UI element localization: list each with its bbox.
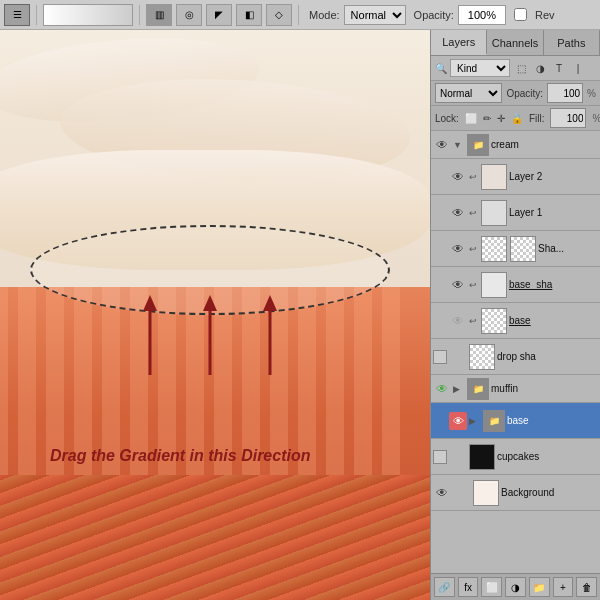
eye-layer1[interactable]: 👁 (449, 204, 467, 222)
group-btn[interactable]: 📁 (529, 577, 550, 597)
svg-marker-3 (203, 295, 217, 311)
link-base-cream: ↩ (469, 316, 479, 326)
lock-label-text: Lock: (435, 113, 459, 124)
thumb-base-sha (481, 272, 507, 298)
layer-layer2[interactable]: 👁 ↩ Layer 2 (431, 159, 600, 195)
thumb-background (473, 480, 499, 506)
opacity-row-label: Opacity: (506, 88, 543, 99)
tab-channels[interactable]: Channels (487, 30, 543, 55)
sep3 (298, 5, 299, 25)
search-icon: 🔍 (435, 63, 447, 74)
artwork: Drag the Gradient in this Direction (0, 30, 430, 600)
eye-base-cream[interactable]: 👁 (449, 312, 467, 330)
gradient-preview (43, 4, 133, 26)
sep1 (36, 5, 37, 25)
filter-type-icon[interactable]: T (551, 60, 567, 76)
eye-base-sha[interactable]: 👁 (449, 276, 467, 294)
link-layer2: ↩ (469, 172, 479, 182)
main-area: Drag the Gradient in this Direction Laye… (0, 30, 600, 600)
eye-cream-group[interactable]: 👁 (433, 136, 451, 154)
gradient-type-diamond[interactable]: ◇ (266, 4, 292, 26)
fill-input[interactable] (550, 108, 586, 128)
link-base-sha: ↩ (469, 280, 479, 290)
panel-bottom: 🔗 fx ⬜ ◑ 📁 + 🗑 (431, 573, 600, 600)
thumb-layer1 (481, 200, 507, 226)
base-muffin-label: base (507, 415, 598, 426)
delete-layer-btn[interactable]: 🗑 (576, 577, 597, 597)
group-icon-muffin: 📁 (467, 378, 489, 400)
blend-mode-row: Normal Opacity: % (431, 81, 600, 106)
group-icon-cream: 📁 (467, 134, 489, 156)
direction-text: Drag the Gradient in this Direction (50, 447, 310, 465)
layer-base-muffin[interactable]: 👁 ▶ 📁 base (431, 403, 600, 439)
svg-marker-5 (263, 295, 277, 311)
expand-base-muffin[interactable]: ▶ (469, 416, 481, 426)
lock-all-icon[interactable]: 🔒 (511, 110, 523, 126)
lock-transparent-icon[interactable]: ⬜ (465, 110, 477, 126)
tab-paths[interactable]: Paths (544, 30, 600, 55)
base-cream-label: base (509, 315, 598, 326)
cupcakes-label: cupcakes (497, 451, 598, 462)
svg-marker-1 (143, 295, 157, 311)
top-toolbar: ☰ ▥ ◎ ◤ ◧ ◇ Mode: Normal Opacity: 100% R… (0, 0, 600, 30)
layer-layer1[interactable]: 👁 ↩ Layer 1 (431, 195, 600, 231)
filter-shape-icon[interactable]: | (570, 60, 586, 76)
layer-cupcakes[interactable]: cupcakes (431, 439, 600, 475)
expand-cream[interactable]: ▼ (453, 140, 465, 150)
link-layer1: ↩ (469, 208, 479, 218)
layer-style-btn[interactable]: fx (458, 577, 479, 597)
gradient-type-reflected[interactable]: ◧ (236, 4, 262, 26)
thumb-sha (481, 236, 507, 262)
check-cupcakes[interactable] (433, 450, 447, 464)
layer1-label: Layer 1 (509, 207, 598, 218)
fill-label-text: Fill: (529, 113, 545, 124)
eye-layer2[interactable]: 👁 (449, 168, 467, 186)
gradient-type-linear[interactable]: ▥ (146, 4, 172, 26)
menu-btn[interactable]: ☰ (4, 4, 30, 26)
canvas-area[interactable]: Drag the Gradient in this Direction (0, 30, 430, 600)
thumb-layer2 (481, 164, 507, 190)
thumb-drop-sha (469, 344, 495, 370)
eye-muffin-group[interactable]: 👁 (433, 380, 451, 398)
eye-sha[interactable]: 👁 (449, 240, 467, 258)
sha-label: Sha... (538, 243, 598, 254)
layer2-label: Layer 2 (509, 171, 598, 182)
layer-cream-group[interactable]: 👁 ▼ 📁 cream (431, 131, 600, 159)
layer-muffin-group[interactable]: 👁 ▶ 📁 muffin (431, 375, 600, 403)
tab-layers[interactable]: Layers (431, 30, 487, 55)
opacity-input[interactable]: 100% (458, 5, 506, 25)
link-layers-btn[interactable]: 🔗 (434, 577, 455, 597)
drop-sha-label: drop sha (497, 351, 598, 362)
gradient-type-angle[interactable]: ◤ (206, 4, 232, 26)
fill-percent-symbol: % (592, 113, 600, 124)
opacity-label: Opacity: (414, 9, 454, 21)
filter-adjust-icon[interactable]: ◑ (532, 60, 548, 76)
direction-arrows (80, 285, 360, 385)
lock-image-icon[interactable]: ✏ (483, 110, 491, 126)
layer-base-sha[interactable]: 👁 ↩ base_sha (431, 267, 600, 303)
new-layer-btn[interactable]: + (553, 577, 574, 597)
lock-row: Lock: ⬜ ✏ ✛ 🔒 Fill: % (431, 106, 600, 131)
mode-select[interactable]: Normal (344, 5, 406, 25)
rev-checkbox[interactable] (514, 8, 527, 21)
blend-mode-select[interactable]: Normal (435, 83, 502, 103)
opacity-row-input[interactable] (547, 83, 583, 103)
check-drop-sha[interactable] (433, 350, 447, 364)
layer-search-bar: 🔍 Kind ⬚ ◑ T | (431, 56, 600, 81)
adjustment-btn[interactable]: ◑ (505, 577, 526, 597)
layer-base-cream[interactable]: 👁 ↩ base (431, 303, 600, 339)
mask-btn[interactable]: ⬜ (481, 577, 502, 597)
expand-muffin[interactable]: ▶ (453, 384, 465, 394)
eye-base-muffin[interactable]: 👁 (449, 412, 467, 430)
layers-list[interactable]: 👁 ▼ 📁 cream 👁 ↩ Layer 2 👁 ↩ Layer 1 (431, 131, 600, 573)
filter-pixel-icon[interactable]: ⬚ (513, 60, 529, 76)
layer-sha[interactable]: 👁 ↩ Sha... (431, 231, 600, 267)
layer-background[interactable]: 👁 Background (431, 475, 600, 511)
background-label: Background (501, 487, 598, 498)
eye-background[interactable]: 👁 (433, 484, 451, 502)
kind-select[interactable]: Kind (450, 59, 510, 77)
lock-position-icon[interactable]: ✛ (497, 110, 505, 126)
panel-tabs: Layers Channels Paths (431, 30, 600, 56)
layer-drop-sha[interactable]: drop sha (431, 339, 600, 375)
gradient-type-radial[interactable]: ◎ (176, 4, 202, 26)
